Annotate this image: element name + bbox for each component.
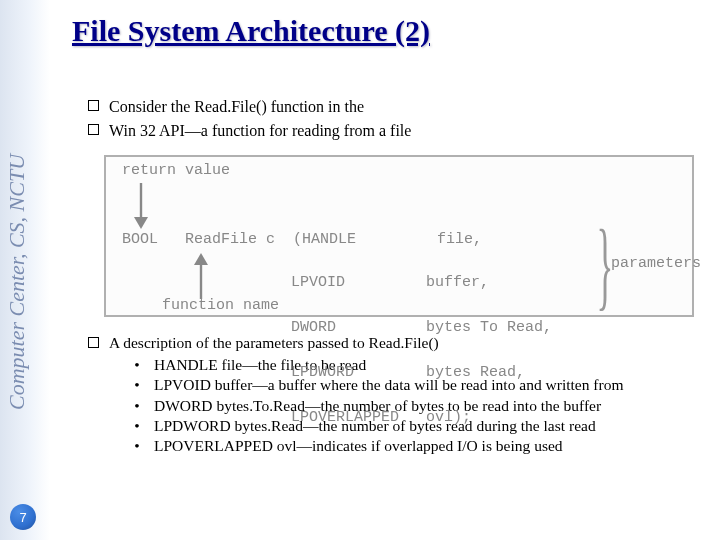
intro-bullets: Consider the Read.File() function in the…	[88, 96, 720, 141]
parameters-label: parameters	[611, 255, 701, 272]
list-item: Win 32 API—a function for reading from a…	[88, 120, 720, 142]
param-block: LPVOID buffer, DWORD bytes To Read, LPDW…	[291, 245, 552, 455]
dot-bullet-icon: •	[132, 416, 142, 436]
code-param: LPVOID buffer,	[291, 275, 552, 290]
return-value-label: return value	[122, 162, 230, 179]
code-param: DWORD bytes To Read,	[291, 320, 552, 335]
list-item: Consider the Read.File() function in the	[88, 96, 720, 118]
sidebar-org-text: Computer Center, CS, NCTU	[4, 10, 42, 410]
code-param: LPDWORD bytes Read,	[291, 365, 552, 380]
page-number: 7	[19, 510, 26, 525]
slide-content: File System Architecture (2) Consider th…	[60, 0, 720, 540]
square-bullet-icon	[88, 100, 99, 111]
dot-bullet-icon: •	[132, 375, 142, 395]
sidebar: Computer Center, CS, NCTU 7	[0, 0, 50, 540]
svg-marker-1	[134, 217, 148, 229]
page-number-badge: 7	[10, 504, 36, 530]
bullet-text: Win 32 API—a function for reading from a…	[109, 120, 411, 142]
function-signature-diagram: return value BOOL ReadFile c (HANDLE fil…	[104, 155, 694, 317]
code-param: LPOVERLAPPED ovl);	[291, 410, 552, 425]
dot-bullet-icon: •	[132, 355, 142, 375]
square-bullet-icon	[88, 337, 99, 348]
dot-bullet-icon: •	[132, 436, 142, 456]
dot-bullet-icon: •	[132, 396, 142, 416]
arrow-down-icon	[132, 181, 150, 229]
function-name-label: function name	[162, 297, 279, 314]
square-bullet-icon	[88, 124, 99, 135]
bullet-text: Consider the Read.File() function in the	[109, 96, 364, 118]
slide-title: File System Architecture (2)	[72, 14, 720, 48]
